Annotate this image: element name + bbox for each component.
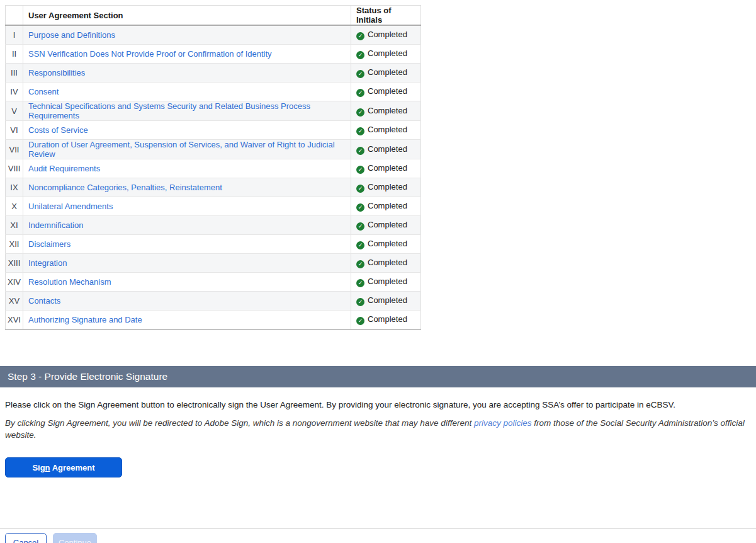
status-label: Completed <box>368 163 407 173</box>
check-circle-icon: ✓ <box>356 70 364 78</box>
section-link[interactable]: Indemnification <box>28 220 83 230</box>
status-label: Completed <box>368 125 407 134</box>
section-link[interactable]: Integration <box>28 258 67 268</box>
check-circle-icon: ✓ <box>356 260 364 268</box>
section-link[interactable]: Unilateral Amendments <box>28 202 113 211</box>
table-row: X Unilateral Amendments ✓Completed <box>6 197 421 216</box>
status-label: Completed <box>368 201 407 210</box>
table-row: IX Noncompliance Categories, Penalties, … <box>6 178 421 197</box>
section-link[interactable]: Duration of User Agreement, Suspension o… <box>28 140 335 159</box>
section-numeral: II <box>6 45 23 64</box>
section-numeral: XIII <box>6 254 23 273</box>
table-row: VI Costs of Service ✓Completed <box>6 121 421 140</box>
status-label: Completed <box>368 277 407 286</box>
table-row: XVI Authorizing Signature and Date ✓Comp… <box>6 311 421 330</box>
user-agreement-table: User Agreement Section Status of Initial… <box>5 5 421 330</box>
footer-actions: Cancel Continue <box>5 533 756 543</box>
footer-divider <box>0 528 756 529</box>
status-column-header: Status of Initials <box>351 6 421 26</box>
table-row: IV Consent ✓Completed <box>6 83 421 101</box>
check-circle-icon: ✓ <box>356 147 364 155</box>
section-numeral: I <box>6 25 23 45</box>
section-numeral: IX <box>6 178 23 197</box>
status-label: Completed <box>368 144 407 154</box>
section-numeral: V <box>6 101 23 121</box>
table-row: XIII Integration ✓Completed <box>6 254 421 273</box>
adobe-sign-disclaimer: By clicking Sign Agreement, you will be … <box>5 417 756 441</box>
check-circle-icon: ✓ <box>356 241 364 249</box>
check-circle-icon: ✓ <box>356 317 364 325</box>
section-column-header: User Agreement Section <box>23 6 351 26</box>
sign-agreement-button[interactable]: Sign Agreement <box>5 457 122 477</box>
section-numeral: XI <box>6 216 23 235</box>
status-label: Completed <box>368 314 407 324</box>
agreement-table-body: I Purpose and Definitions ✓Completed II … <box>6 25 421 329</box>
section-link[interactable]: Contacts <box>28 296 60 306</box>
check-circle-icon: ✓ <box>356 222 364 231</box>
cancel-button[interactable]: Cancel <box>5 533 47 543</box>
section-link[interactable]: Audit Requirements <box>28 164 100 173</box>
check-circle-icon: ✓ <box>356 127 364 135</box>
section-link[interactable]: Noncompliance Categories, Penalties, Rei… <box>28 183 222 192</box>
status-label: Completed <box>368 86 407 96</box>
table-row: III Responsibilities ✓Completed <box>6 64 421 83</box>
check-circle-icon: ✓ <box>356 32 364 40</box>
section-numeral: IV <box>6 83 23 101</box>
check-circle-icon: ✓ <box>356 51 364 59</box>
status-label: Completed <box>368 239 407 248</box>
status-label: Completed <box>368 106 407 115</box>
status-label: Completed <box>368 220 407 229</box>
table-row: XV Contacts ✓Completed <box>6 292 421 311</box>
step-3-header-bar: Step 3 - Provide Electronic Signature <box>0 366 756 387</box>
table-header-row: User Agreement Section Status of Initial… <box>6 6 421 26</box>
continue-button[interactable]: Continue <box>53 533 97 543</box>
table-row: XIV Resolution Mechanism ✓Completed <box>6 273 421 292</box>
section-numeral: VIII <box>6 159 23 178</box>
table-row: V Technical Specifications and Systems S… <box>6 101 421 121</box>
check-circle-icon: ✓ <box>356 203 364 212</box>
section-link[interactable]: Resolution Mechanism <box>28 277 111 287</box>
section-link[interactable]: Purpose and Definitions <box>28 30 115 40</box>
table-row: I Purpose and Definitions ✓Completed <box>6 25 421 45</box>
section-numeral: XII <box>6 235 23 254</box>
check-circle-icon: ✓ <box>356 108 364 117</box>
section-numeral: VII <box>6 140 23 159</box>
section-link[interactable]: Authorizing Signature and Date <box>28 315 142 324</box>
section-link[interactable]: Consent <box>28 87 59 96</box>
check-circle-icon: ✓ <box>356 166 364 174</box>
section-link[interactable]: Disclaimers <box>28 239 71 249</box>
section-numeral: XIV <box>6 273 23 292</box>
step-3-title: Step 3 - Provide Electronic Signature <box>8 371 167 382</box>
status-label: Completed <box>368 295 407 305</box>
check-circle-icon: ✓ <box>356 298 364 306</box>
check-circle-icon: ✓ <box>356 185 364 193</box>
section-numeral: XVI <box>6 311 23 330</box>
section-link[interactable]: SSN Verification Does Not Provide Proof … <box>28 49 272 59</box>
status-label: Completed <box>368 49 407 58</box>
section-link[interactable]: Costs of Service <box>28 125 88 135</box>
status-label: Completed <box>368 30 407 39</box>
section-numeral: XV <box>6 292 23 311</box>
table-row: VIII Audit Requirements ✓Completed <box>6 159 421 178</box>
section-numeral: VI <box>6 121 23 140</box>
check-circle-icon: ✓ <box>356 89 364 97</box>
table-row: VII Duration of User Agreement, Suspensi… <box>6 140 421 159</box>
status-label: Completed <box>368 67 407 77</box>
privacy-policies-link[interactable]: privacy policies <box>474 418 532 428</box>
status-label: Completed <box>368 182 407 191</box>
section-link[interactable]: Technical Specifications and Systems Sec… <box>28 101 310 120</box>
table-row: XI Indemnification ✓Completed <box>6 216 421 235</box>
status-label: Completed <box>368 258 407 267</box>
table-row: XII Disclaimers ✓Completed <box>6 235 421 254</box>
numeral-column-header <box>6 6 23 26</box>
section-numeral: X <box>6 197 23 216</box>
section-numeral: III <box>6 64 23 83</box>
table-row: II SSN Verification Does Not Provide Pro… <box>6 45 421 64</box>
section-link[interactable]: Responsibilities <box>28 68 85 77</box>
check-circle-icon: ✓ <box>356 279 364 287</box>
signature-instructions: Please click on the Sign Agreement butto… <box>5 399 756 411</box>
